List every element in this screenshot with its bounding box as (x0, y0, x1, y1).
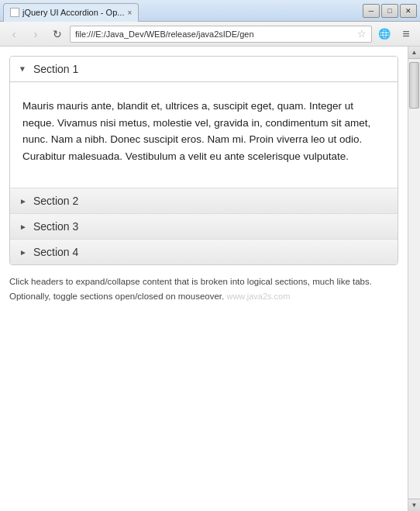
content-area: ► Section 1 Mauris mauris ante, blandit … (0, 47, 420, 511)
refresh-icon: ↻ (53, 28, 62, 40)
accordion-section-1: ► Section 1 Mauris mauris ante, blandit … (10, 57, 398, 188)
bookmark-icon[interactable]: ☆ (357, 28, 367, 40)
title-bar-left: jQuery UI Accordion - Op... × (3, 0, 139, 22)
globe-icon: 🌐 (375, 25, 394, 43)
accordion-header-1[interactable]: ► Section 1 (10, 57, 398, 82)
footer-description: Click headers to expand/collapse content… (9, 277, 372, 300)
scrollbar: ▲ ▼ (408, 47, 420, 511)
refresh-button[interactable]: ↻ (48, 25, 67, 43)
close-button[interactable]: ✕ (400, 4, 417, 18)
back-icon: ‹ (12, 28, 16, 40)
scroll-up-button[interactable]: ▲ (408, 47, 421, 59)
scroll-track (408, 59, 420, 499)
page-content: ► Section 1 Mauris mauris ante, blandit … (0, 47, 408, 511)
window-controls: ─ □ ✕ (363, 4, 417, 18)
arrow-icon-4: ► (19, 248, 27, 257)
accordion-section-4: ► Section 4 (10, 239, 398, 264)
scroll-down-button[interactable]: ▼ (408, 499, 421, 511)
section-3-label: Section 3 (33, 220, 78, 233)
accordion-header-3[interactable]: ► Section 3 (10, 214, 398, 239)
forward-button[interactable]: › (26, 25, 45, 43)
watermark: www.java2s.com (226, 292, 290, 301)
arrow-icon-3: ► (19, 223, 27, 231)
scroll-thumb[interactable] (409, 62, 419, 109)
address-text: file:///E:/Java_Dev/WEB/release/java2sID… (75, 29, 354, 39)
tab-area: jQuery UI Accordion - Op... × (3, 0, 139, 22)
minimize-button[interactable]: ─ (363, 4, 380, 18)
maximize-button[interactable]: □ (381, 4, 398, 18)
accordion: ► Section 1 Mauris mauris ante, blandit … (9, 56, 398, 265)
section-1-label: Section 1 (33, 63, 78, 75)
section-1-content: Mauris mauris ante, blandit et, ultrices… (22, 100, 370, 162)
tab-label: jQuery UI Accordion - Op... (22, 8, 124, 17)
title-bar: jQuery UI Accordion - Op... × ─ □ ✕ (0, 0, 420, 22)
forward-icon: › (34, 28, 38, 40)
address-bar[interactable]: file:///E:/Java_Dev/WEB/release/java2sID… (70, 26, 372, 43)
accordion-section-3: ► Section 3 (10, 213, 398, 239)
page-icon (10, 8, 19, 17)
section-2-label: Section 2 (33, 195, 78, 207)
section-4-label: Section 4 (33, 246, 78, 258)
menu-button[interactable]: ≡ (397, 25, 415, 43)
arrow-icon-2: ► (19, 197, 27, 205)
accordion-body-1: Mauris mauris ante, blandit et, ultrices… (10, 82, 398, 188)
nav-bar: ‹ › ↻ file:///E:/Java_Dev/WEB/release/ja… (0, 22, 420, 47)
browser-tab[interactable]: jQuery UI Accordion - Op... × (3, 3, 139, 22)
address-right-icons: 🌐 ≡ (375, 25, 415, 43)
arrow-icon-1: ► (19, 65, 27, 73)
accordion-header-2[interactable]: ► Section 2 (10, 188, 398, 213)
tab-close-button[interactable]: × (127, 9, 132, 17)
footer-text: Click headers to expand/collapse content… (9, 274, 398, 303)
accordion-section-2: ► Section 2 (10, 188, 398, 213)
accordion-header-4[interactable]: ► Section 4 (10, 240, 398, 264)
back-button[interactable]: ‹ (5, 25, 23, 43)
